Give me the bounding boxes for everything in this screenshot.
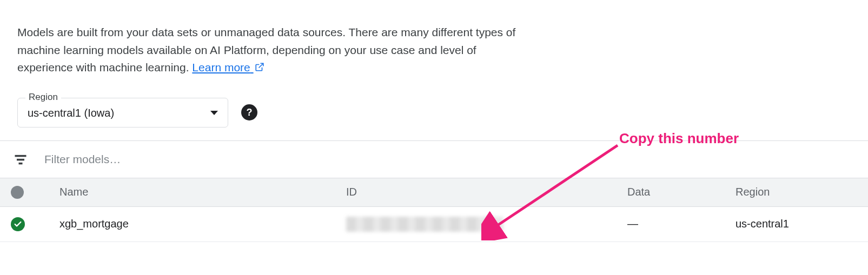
svg-rect-0 [15,155,26,157]
column-header-data[interactable]: Data [627,186,736,198]
cell-id [346,217,627,232]
redacted-id [346,217,503,232]
chevron-down-icon [210,111,218,115]
svg-rect-1 [17,159,24,161]
region-select-label: Region [25,92,61,103]
column-header-region[interactable]: Region [736,186,857,198]
region-select[interactable]: Region us-central1 (Iowa) [17,98,228,128]
table-row[interactable]: xgb_mortgage — us-central1 [0,207,868,242]
external-link-icon [255,59,264,77]
intro-text: Models are built from your data sets or … [0,0,541,88]
models-table: Name ID Data Region xgb_mortgage — us-ce… [0,178,868,242]
filter-input[interactable] [44,153,857,166]
table-header: Name ID Data Region [0,178,868,207]
filter-icon[interactable] [13,152,28,167]
cell-data: — [627,218,736,230]
column-header-name[interactable]: Name [59,186,346,198]
intro-text-body: Models are built from your data sets or … [17,26,515,73]
cell-name[interactable]: xgb_mortgage [59,218,346,230]
status-success-icon [11,217,25,231]
column-header-id[interactable]: ID [346,186,627,198]
learn-more-link[interactable]: Learn more [192,61,264,73]
help-icon[interactable]: ? [241,104,257,120]
cell-region: us-central1 [736,218,857,230]
svg-rect-2 [19,163,23,165]
region-select-value: us-central1 (Iowa) [28,107,114,119]
select-all-checkbox[interactable] [11,186,24,199]
